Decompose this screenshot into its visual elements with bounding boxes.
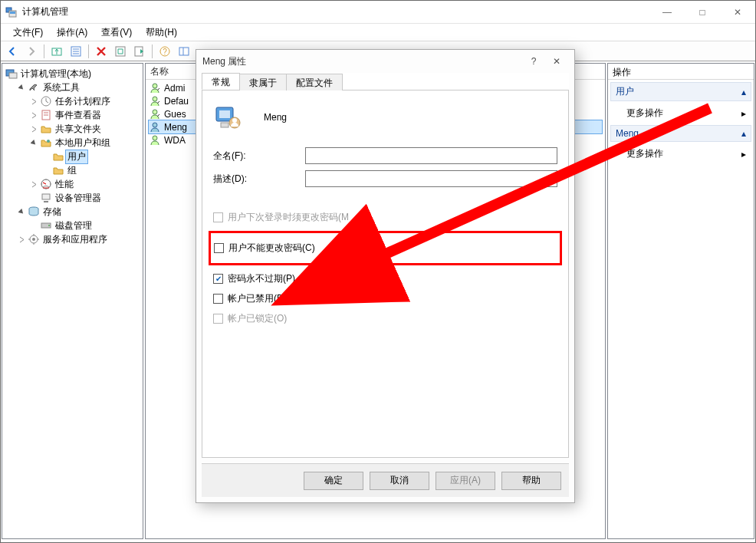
checkbox-icon xyxy=(213,314,223,324)
tree-local-users[interactable]: 本地用户和组 xyxy=(28,136,141,150)
tree-services-apps[interactable]: 服务和应用程序 xyxy=(16,232,141,246)
users-folder-icon xyxy=(40,137,52,149)
svg-point-28 xyxy=(48,225,50,226)
user-icon xyxy=(149,95,161,107)
folder-icon xyxy=(52,164,64,176)
menu-action[interactable]: 操作(A) xyxy=(51,25,94,41)
minimize-button[interactable]: — xyxy=(649,2,685,23)
tree-root[interactable]: 计算机管理(本地) xyxy=(4,67,141,81)
folder-icon xyxy=(52,150,64,163)
help-button[interactable]: 帮助 xyxy=(501,472,561,490)
title-bar: 计算机管理 — □ ✕ xyxy=(1,1,755,24)
fullname-input[interactable] xyxy=(305,147,557,164)
description-input[interactable] xyxy=(305,170,557,187)
tree-device-manager[interactable]: 设备管理器 xyxy=(28,191,141,205)
tab-profile[interactable]: 配置文件 xyxy=(286,74,343,90)
tree-storage[interactable]: 存储 xyxy=(16,205,141,219)
svg-text:?: ? xyxy=(163,48,167,56)
back-button[interactable] xyxy=(4,43,21,60)
forward-button[interactable] xyxy=(23,43,40,60)
tree-users[interactable]: 用户 xyxy=(41,150,141,163)
apply-button[interactable]: 应用(A) xyxy=(436,472,495,490)
shared-folder-icon xyxy=(40,123,52,135)
annotation-highlight: 用户不能更改密码(C) xyxy=(209,231,562,265)
action-section-users[interactable]: 用户 ▴ xyxy=(610,82,751,101)
checkbox-must-change: 用户下次登录时须更改密码(M xyxy=(213,211,557,224)
tree-pane[interactable]: 计算机管理(本地) 系统工具 任务计划程序 事件查看器 共享文件夹 xyxy=(2,63,143,539)
tab-memberof[interactable]: 隶属于 xyxy=(239,74,287,90)
checkbox-icon[interactable] xyxy=(214,243,224,253)
collapse-icon[interactable] xyxy=(18,208,26,216)
menu-view[interactable]: 查看(V) xyxy=(95,25,138,41)
svg-point-33 xyxy=(153,110,157,114)
collapse-icon[interactable] xyxy=(30,139,38,147)
svg-point-31 xyxy=(153,84,157,88)
user-large-icon xyxy=(213,103,242,132)
svg-rect-12 xyxy=(179,48,189,55)
dialog-button-bar: 确定 取消 应用(A) 帮助 xyxy=(202,463,569,497)
action-pane-title: 操作 xyxy=(608,64,754,80)
refresh-button[interactable] xyxy=(112,43,129,60)
tree-groups[interactable]: 组 xyxy=(41,163,141,177)
dialog-close-button[interactable]: ✕ xyxy=(545,56,568,67)
collapse-icon[interactable]: ▴ xyxy=(741,128,746,139)
view-button[interactable] xyxy=(176,43,192,60)
properties-button[interactable] xyxy=(67,43,84,60)
tree-system-tools[interactable]: 系统工具 xyxy=(16,81,141,94)
collapse-icon[interactable]: ▴ xyxy=(741,87,746,97)
tree-performance[interactable]: 性能 xyxy=(28,177,141,191)
tab-strip: 常规 隶属于 配置文件 xyxy=(202,73,569,90)
expand-icon[interactable] xyxy=(30,125,38,133)
svg-rect-8 xyxy=(116,47,125,56)
up-button[interactable] xyxy=(48,43,65,60)
menu-file[interactable]: 文件(F) xyxy=(7,25,49,41)
svg-rect-37 xyxy=(219,110,230,118)
collapse-icon[interactable] xyxy=(18,84,26,92)
delete-button[interactable] xyxy=(93,43,110,60)
app-icon xyxy=(5,6,18,18)
checkbox-icon[interactable] xyxy=(213,294,223,304)
export-button[interactable] xyxy=(131,43,148,60)
svg-rect-15 xyxy=(9,73,17,78)
svg-point-35 xyxy=(153,136,157,140)
menu-help[interactable]: 帮助(H) xyxy=(140,25,183,41)
chevron-right-icon: ▸ xyxy=(741,108,746,119)
maximize-button[interactable]: □ xyxy=(685,2,720,23)
checkbox-cannot-change[interactable]: 用户不能更改密码(C) xyxy=(214,242,557,255)
dialog-title: Meng 属性 xyxy=(202,55,246,68)
checkbox-disabled[interactable]: 帐户已禁用(B) xyxy=(213,292,557,305)
user-icon xyxy=(149,121,161,133)
tree-task-scheduler[interactable]: 任务计划程序 xyxy=(28,94,141,108)
user-icon xyxy=(149,108,161,120)
event-icon xyxy=(40,109,52,121)
action-more-2[interactable]: 更多操作 ▸ xyxy=(608,144,754,163)
expand-icon[interactable] xyxy=(30,97,38,106)
svg-rect-24 xyxy=(42,194,50,199)
dialog-help-button[interactable]: ? xyxy=(522,56,545,67)
username-display: Meng xyxy=(264,112,287,123)
action-section-meng[interactable]: Meng ▴ xyxy=(610,125,751,142)
help-button[interactable]: ? xyxy=(156,43,173,60)
tab-general[interactable]: 常规 xyxy=(202,73,240,90)
expand-icon[interactable] xyxy=(18,235,26,244)
tree-disk-mgmt[interactable]: 磁盘管理 xyxy=(28,219,141,232)
checkbox-never-expire[interactable]: ✔ 密码永不过期(P) xyxy=(213,272,557,285)
close-button[interactable]: ✕ xyxy=(720,2,755,23)
svg-rect-25 xyxy=(44,201,48,202)
chevron-right-icon: ▸ xyxy=(741,149,746,160)
device-icon xyxy=(40,192,52,204)
ok-button[interactable]: 确定 xyxy=(304,472,363,490)
expand-icon[interactable] xyxy=(30,111,38,120)
action-more-1[interactable]: 更多操作 ▸ xyxy=(608,104,754,123)
checkbox-locked: 帐户已锁定(O) xyxy=(213,312,557,325)
cancel-button[interactable]: 取消 xyxy=(370,472,429,490)
checkbox-icon xyxy=(213,212,223,222)
dialog-title-bar[interactable]: Meng 属性 ? ✕ xyxy=(196,50,574,73)
svg-point-30 xyxy=(32,238,35,241)
svg-point-34 xyxy=(153,123,157,127)
checkbox-checked-icon[interactable]: ✔ xyxy=(213,274,223,284)
tree-event-viewer[interactable]: 事件查看器 xyxy=(28,108,141,122)
tree-shared-folders[interactable]: 共享文件夹 xyxy=(28,122,141,136)
column-name[interactable]: 名称 xyxy=(150,65,169,78)
expand-icon[interactable] xyxy=(30,180,38,189)
